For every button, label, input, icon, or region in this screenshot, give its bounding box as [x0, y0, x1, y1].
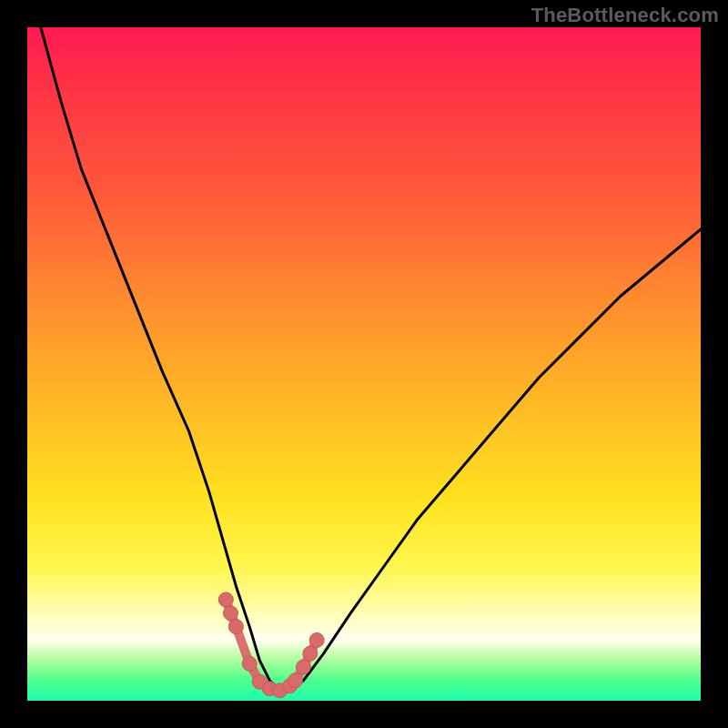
curve-layer — [27, 27, 701, 701]
data-marker — [288, 673, 303, 688]
data-marker — [309, 632, 324, 647]
data-marker — [228, 620, 243, 634]
chart-frame: TheBottleneck.com — [0, 0, 728, 728]
data-marker — [242, 656, 257, 671]
bottleneck-curve — [41, 27, 701, 691]
data-marker — [303, 646, 318, 661]
data-marker — [296, 660, 310, 674]
marker-connector — [226, 600, 317, 691]
data-marker — [223, 606, 238, 621]
plot-area — [27, 27, 701, 701]
watermark-text: TheBottleneck.com — [531, 4, 719, 27]
data-marker — [218, 592, 233, 607]
